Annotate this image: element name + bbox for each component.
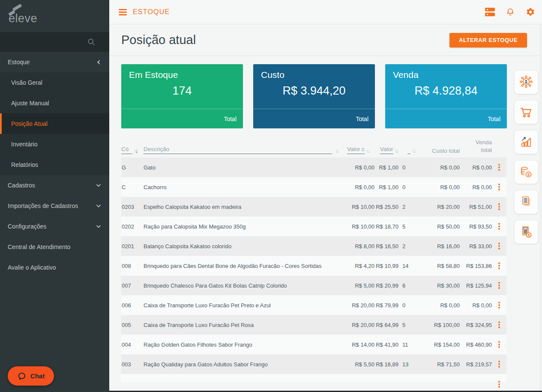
column-filter-price[interactable]: Valor: [380, 146, 393, 154]
brand-logo: eleve: [0, 0, 109, 32]
row-menu-icon[interactable]: [497, 242, 501, 250]
table-row[interactable]: G Gato R$ 0,00 R$ 1,00 0 R$ 0,00 R$ 0,00: [121, 157, 506, 177]
quick-actions-rail: $ $: [514, 70, 538, 244]
sidebar-item-label: Posição Atual: [11, 120, 48, 127]
cell-price: R$ 25,50: [374, 204, 398, 210]
table-body: G Gato R$ 0,00 R$ 1,00 0 R$ 0,00 R$ 0,00…: [121, 157, 506, 383]
row-menu-icon[interactable]: [497, 261, 501, 270]
card-em-estoque: Em Estoque 174 Total: [121, 64, 243, 128]
cell-quantity: 6: [398, 282, 413, 289]
cell-code: 003: [121, 361, 144, 368]
table-row[interactable]: 004 Ração Golden Gatos Filhotes Sabor Fr…: [121, 335, 506, 354]
cell-cost: R$ 14,00: [338, 342, 374, 348]
cell-price: R$ 20,99: [374, 282, 398, 289]
sidebar-item-inventario[interactable]: Inventário: [0, 134, 109, 154]
row-menu-icon[interactable]: [497, 222, 501, 231]
row-menu-icon[interactable]: [497, 321, 501, 329]
sidebar-item-relatorios[interactable]: Relatórios: [0, 154, 109, 175]
notifications-bell-icon[interactable]: [506, 7, 515, 17]
row-menu-icon[interactable]: [497, 301, 501, 309]
documents-icon[interactable]: [514, 190, 538, 214]
table-row[interactable]: 0203 Espelho Calopsita Kakatoo em madeir…: [121, 197, 506, 217]
chevron-down-icon: [96, 182, 102, 188]
table-row[interactable]: 007 Brinquedo Chalesco Para Gatos Kit Bo…: [121, 276, 506, 295]
topbar: ESTOQUE: [109, 0, 542, 24]
sidebar-item-label: Configurações: [8, 223, 46, 230]
table-row[interactable]: 008 Brinquedo para Cães Dental Bone de A…: [121, 256, 506, 276]
sales-growth-icon[interactable]: [514, 130, 538, 154]
row-menu-icon[interactable]: [497, 340, 501, 349]
search-icon: [87, 38, 96, 46]
table-row[interactable]: 006 Caixa de Transporte Luxo Furacão Pet…: [121, 295, 506, 315]
table-row[interactable]: [121, 374, 506, 383]
cell-description: Caixa de Transporte Luxo Furacão Pet Pre…: [144, 302, 324, 309]
stock-table: Có ↑↓ Descrição ↑↓ Valor c ↑↓ Valor ↑↓: [121, 134, 506, 383]
table-row[interactable]: 005 Caixa de Transporte Luxo Furacão Pet…: [121, 315, 506, 335]
network-people-icon[interactable]: [514, 70, 538, 94]
card-label: Em Estoque: [129, 70, 235, 80]
page-header: Posição atual ALTERAR ESTOQUE: [109, 24, 542, 56]
chat-button-label: Chat: [30, 372, 45, 380]
sidebar-item-avalie-aplicativo[interactable]: Avalie o Aplicativo: [0, 257, 109, 278]
row-menu-icon[interactable]: [497, 281, 501, 290]
sidebar-item-central-atendimento[interactable]: Central de Atendimento: [0, 237, 109, 257]
row-menu-icon[interactable]: [497, 380, 501, 389]
sidebar-item-posicao-atual[interactable]: Posição Atual: [0, 113, 109, 134]
cell-cost: R$ 0,00: [338, 164, 374, 171]
cell-description: Balanço Calopsita Kakatoo colorido: [144, 243, 324, 249]
row-menu-icon[interactable]: [497, 163, 501, 172]
sidebar-item-configuracoes[interactable]: Configurações: [0, 216, 109, 237]
card-venda: Venda R$ 4.928,84 Total: [385, 64, 507, 128]
cell-sale-total: R$ 0,00: [460, 164, 492, 171]
cell-cost: R$ 5,50: [338, 361, 374, 368]
chevron-down-icon: [96, 223, 102, 229]
column-filter-description[interactable]: Descrição: [144, 146, 332, 154]
settings-gear-icon[interactable]: [526, 7, 535, 17]
sort-cost[interactable]: ↑↓: [366, 148, 369, 154]
cell-quantity: 5: [398, 322, 413, 328]
cell-description: Gato: [144, 164, 324, 171]
cell-sale-total: R$ 51,00: [460, 204, 492, 210]
sidebar-item-importacoes[interactable]: Importações de Cadastros: [0, 196, 109, 216]
cell-cost-total: R$ 20,00: [413, 204, 460, 210]
sort-code[interactable]: ↑↓: [134, 148, 137, 154]
cell-cost-total: R$ 0,00: [413, 302, 460, 309]
cell-price: R$ 1,00: [374, 164, 398, 171]
shopping-cart-icon[interactable]: [514, 100, 538, 124]
row-menu-icon[interactable]: [497, 183, 501, 191]
table-row[interactable]: C Cachorro R$ 0,00 R$ 1,00 0 R$ 0,00 R$ …: [121, 177, 506, 197]
money-coins-icon[interactable]: $: [514, 160, 538, 184]
menu-hamburger-icon[interactable]: [119, 8, 127, 17]
calculator-finance-icon[interactable]: $: [514, 220, 538, 244]
modules-icon[interactable]: [485, 8, 495, 16]
cell-cost: R$ 20,00: [338, 322, 374, 328]
chat-button[interactable]: Chat: [8, 366, 54, 386]
row-menu-icon[interactable]: [497, 202, 501, 211]
sidebar-item-visao-geral[interactable]: Visão Geral: [0, 72, 109, 93]
cell-price: R$ 18,70: [374, 223, 398, 230]
table-row[interactable]: 0201 Balanço Calopsita Kakatoo colorido …: [121, 236, 506, 256]
cell-cost-total: R$ 50,00: [413, 223, 460, 230]
column-filter-cost[interactable]: Valor c: [347, 146, 365, 154]
row-menu-icon[interactable]: [497, 360, 501, 368]
sidebar-item-cadastros[interactable]: Cadastros: [0, 175, 109, 196]
table-row[interactable]: 003 Ração Qualiday para Gatos Adultos Sa…: [121, 354, 506, 374]
cell-cost: R$ 0,00: [338, 184, 374, 190]
column-filter-quantity[interactable]: [407, 148, 410, 154]
cell-sale-total: R$ 219,57: [460, 361, 492, 368]
alterar-estoque-button[interactable]: ALTERAR ESTOQUE: [449, 33, 527, 48]
sidebar-search-input[interactable]: [0, 32, 109, 52]
sort-price[interactable]: ↑↓: [395, 148, 398, 154]
cell-cost-total: R$ 154,00: [413, 342, 460, 348]
sidebar-item-ajuste-manual[interactable]: Ajuste Manual: [0, 93, 109, 113]
table-row[interactable]: 0202 Ração para Calopsita Mix Megazoo 35…: [121, 217, 506, 236]
scrollbar[interactable]: [540, 24, 542, 392]
column-filter-code[interactable]: Có: [121, 146, 132, 154]
sort-quantity[interactable]: ↑↓: [412, 148, 415, 154]
sidebar-item-estoque[interactable]: Estoque: [0, 52, 109, 72]
sort-description[interactable]: ↑↓: [335, 148, 338, 154]
sidebar-item-label: Cadastros: [8, 182, 35, 189]
cell-quantity: 5: [398, 223, 413, 230]
column-header-sale-total: Venda total: [464, 139, 492, 154]
cell-cost-total: R$ 71,50: [413, 361, 460, 368]
